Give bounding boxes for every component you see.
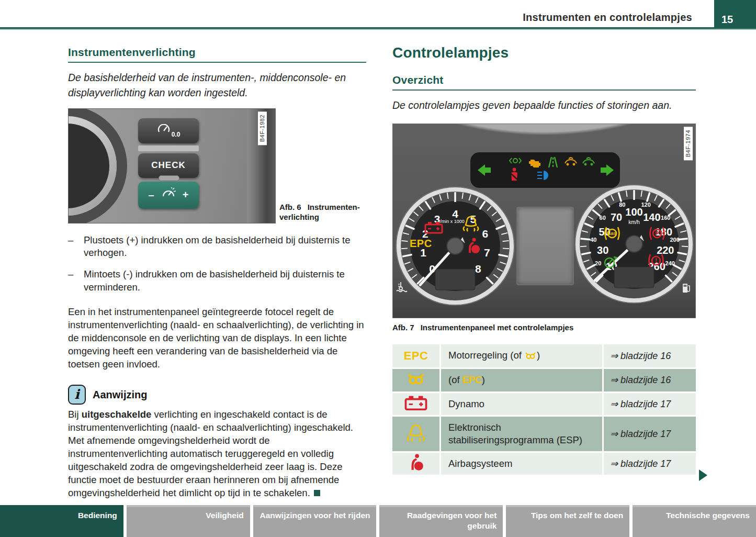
figure-7-caption: Afb. 7Instrumentenpaneel met controlelam…	[392, 323, 696, 332]
trip-reset-button: 0.0	[138, 118, 199, 143]
figure-6-photo: 0.0 CHECK – + B4F-1982	[68, 108, 276, 223]
instrument-panel-figure: 0123456781/min x 1000 EPC 10203040506070…	[392, 124, 696, 318]
generator-warning-light	[424, 221, 443, 236]
svg-text:km/h: km/h	[628, 219, 640, 225]
tab-technische-gegevens: Technische gegevens	[633, 505, 756, 537]
svg-text:200: 200	[670, 237, 679, 243]
svg-text:60: 60	[600, 215, 606, 221]
page-reference: ⇒ bladzijde 17	[604, 453, 696, 476]
table-row: Airbagsysteem ⇒ bladzijde 17	[392, 453, 696, 476]
trip-odometer-icon	[157, 124, 171, 138]
instruction-list: – Plustoets (+) indrukken om de basishel…	[68, 234, 366, 295]
table-row: Elektronisch stabiliseringsprogramma (ES…	[392, 417, 696, 453]
svg-text:ABS: ABS	[608, 232, 616, 236]
svg-text:6: 6	[482, 228, 488, 240]
check-engine-icon	[527, 158, 541, 170]
section-title-instrumentenverlichting: Instrumentenverlichting	[68, 46, 366, 63]
bulb-monitor-icon	[509, 156, 522, 167]
page-reference: ⇒ bladzijde 16	[604, 344, 696, 369]
minus-label: –	[149, 189, 154, 201]
svg-text:80: 80	[619, 202, 625, 208]
svg-text:20: 20	[595, 260, 601, 266]
svg-text:30: 30	[597, 244, 608, 256]
check-button: CHECK	[138, 153, 199, 178]
tab-tips-om-het-zelf-te-doen: Tips om het zelf te doen	[506, 505, 629, 537]
warning-light-table: EPC Motorregeling (of ) ⇒ bladzijde 16 (…	[392, 344, 696, 476]
svg-text:100: 100	[625, 206, 642, 218]
car-warning-green-icon	[581, 157, 596, 169]
svg-text:140: 140	[643, 212, 660, 223]
info-icon: i	[68, 385, 86, 405]
section-title-overzicht: Overzicht	[392, 74, 696, 91]
epc-inline-label: EPC	[462, 375, 482, 385]
tab-aanwijzingen-voor-het-rijden: Aanwijzingen voor het rijden	[253, 505, 377, 537]
brake-warning-light: !	[647, 254, 665, 269]
esp-warning-light	[461, 214, 481, 234]
svg-text:40: 40	[590, 237, 596, 243]
fuel-pump-icon	[682, 282, 691, 296]
svg-text:7: 7	[484, 247, 490, 259]
car-warning-amber-icon	[563, 157, 578, 169]
right-column: Controlelampjes Overzicht De controlelam…	[392, 44, 696, 476]
lane-assist-icon	[547, 156, 559, 170]
svg-text:P: P	[655, 230, 659, 237]
table-row: Dynamo ⇒ bladzijde 17	[392, 393, 696, 417]
turn-right-indicator-icon	[600, 164, 614, 178]
page-reference: ⇒ bladzijde 17	[604, 393, 696, 417]
svg-text:8: 8	[475, 263, 481, 275]
chapter-title-controlelampjes: Controlelampjes	[392, 44, 696, 61]
left-column: Instrumentenverlichting De basishelderhe…	[68, 46, 366, 500]
parking-brake-warning-light: P	[648, 227, 666, 242]
button-notch	[159, 175, 179, 181]
left-intro-text: De basishelderheid van de instrumenten-,…	[68, 70, 366, 101]
page-reference: ⇒ bladzijde 16	[604, 369, 696, 393]
list-item-text: Mintoets (-) indrukken om de basishelder…	[84, 268, 366, 294]
tab-veiligheid: Veiligheid	[127, 505, 250, 537]
epc-warning-light-icon: EPC	[404, 349, 428, 362]
epc-warning-light: EPC	[410, 238, 432, 249]
figure-6-caption: Afb. 6Instrumenten-verlichting	[279, 202, 366, 222]
table-row: EPC Motorregeling (of ) ⇒ bladzijde 16	[392, 344, 696, 369]
dash-marker: –	[68, 234, 84, 260]
turn-left-indicator-icon	[478, 164, 491, 178]
svg-text:70: 70	[611, 212, 622, 223]
generator-warning-light-icon	[404, 404, 427, 412]
svg-text:4: 4	[452, 208, 458, 220]
body-paragraph: Een in het instrumentenpaneel geïntegree…	[68, 306, 366, 371]
figure-6-code: B4F-1982	[258, 111, 267, 145]
right-intro-text: De controlelampjes geven bepaalde functi…	[392, 98, 696, 113]
dash-marker: –	[68, 268, 84, 294]
cruise-control-light	[602, 255, 618, 271]
airbag-warning-light-icon	[408, 465, 424, 474]
note-header: i Aanwijzing	[68, 385, 366, 405]
glow-plug-icon	[405, 378, 426, 387]
dimmer-icon	[161, 187, 176, 203]
button-divider	[138, 146, 199, 151]
note-title: Aanwijzing	[93, 389, 147, 401]
page-reference: ⇒ bladzijde 17	[604, 417, 696, 453]
trip-value: 0.0	[172, 131, 180, 138]
header-divider	[0, 27, 756, 30]
note-block: i Aanwijzing Bij uitgeschakelde verlicht…	[68, 385, 366, 500]
section-end-marker	[314, 490, 320, 496]
page-number-box: 15	[714, 0, 756, 27]
airbag-warning-light	[465, 237, 481, 256]
driver-info-display	[516, 207, 574, 285]
glow-plug-icon	[524, 350, 537, 363]
esp-warning-light-icon	[405, 436, 427, 445]
abs-warning-light: ABS	[603, 227, 621, 242]
svg-text:120: 120	[641, 202, 650, 208]
note-text: Bij uitgeschakelde verlichting en ingesc…	[68, 408, 366, 500]
coolant-temperature-icon	[396, 281, 408, 295]
tachometer: 0123456781/min x 1000 EPC	[394, 185, 516, 307]
list-item-text: Plustoets (+) indrukken om de basishelde…	[84, 234, 366, 260]
table-continues-marker	[699, 469, 707, 481]
dimmer-button: – +	[138, 182, 199, 209]
tab-raadgevingen-voor-het-gebruik: Raadgevingen voor het gebruik	[379, 505, 503, 537]
speedometer: 1020304050607080100120140160180200220240…	[573, 183, 695, 305]
svg-text:160: 160	[661, 215, 670, 221]
high-beam-icon	[536, 170, 552, 183]
figure-6-area: 0.0 CHECK – + B4F-1982 Afb. 6Instrumente…	[68, 108, 366, 223]
table-row: (of EPC) ⇒ bladzijde 16	[392, 369, 696, 393]
svg-text:240: 240	[665, 260, 675, 266]
